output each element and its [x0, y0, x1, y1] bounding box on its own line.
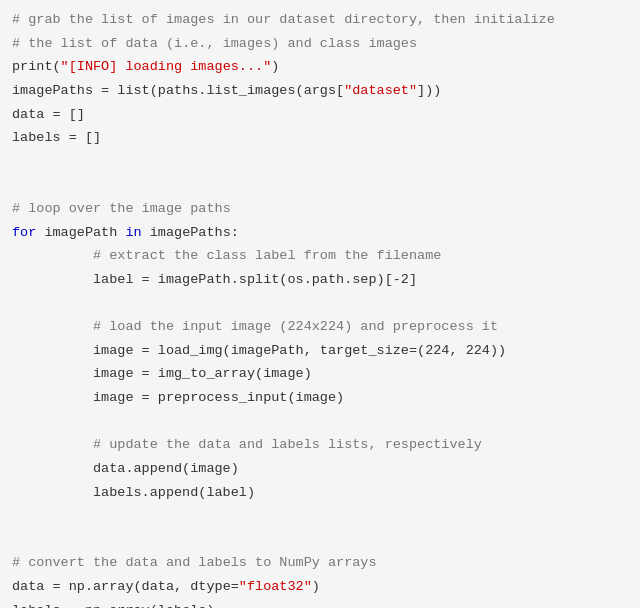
plain-token: labels.append(label): [93, 485, 255, 500]
plain-token: data = []: [12, 107, 85, 122]
plain-token: image = img_to_array(image): [93, 366, 312, 381]
code-line: for imagePath in imagePaths:: [12, 221, 628, 245]
code-block: # grab the list of images in our dataset…: [12, 8, 628, 608]
code-line: [12, 173, 628, 197]
code-line: # load the input image (224x224) and pre…: [12, 315, 628, 339]
code-line: # update the data and labels lists, resp…: [12, 433, 628, 457]
code-line: image = img_to_array(image): [12, 362, 628, 386]
plain-token: ): [312, 579, 320, 594]
string-token: "[INFO] loading images...": [61, 59, 272, 74]
comment-token: # convert the data and labels to NumPy a…: [12, 555, 377, 570]
keyword-token: in: [125, 225, 141, 240]
code-line: image = load_img(imagePath, target_size=…: [12, 339, 628, 363]
string-token: "float32": [239, 579, 312, 594]
plain-token: labels = []: [12, 130, 101, 145]
plain-token: imagePaths:: [142, 225, 239, 240]
plain-token: ): [271, 59, 279, 74]
comment-token: # load the input image (224x224) and pre…: [93, 319, 498, 334]
plain-token: label = imagePath.split(os.path.sep)[-2]: [93, 272, 417, 287]
code-line: imagePaths = list(paths.list_images(args…: [12, 79, 628, 103]
plain-token: data.append(image): [93, 461, 239, 476]
plain-token: data = np.array(data, dtype=: [12, 579, 239, 594]
code-line: print("[INFO] loading images..."): [12, 55, 628, 79]
code-line: [12, 504, 628, 528]
code-line: label = imagePath.split(os.path.sep)[-2]: [12, 268, 628, 292]
plain-token: image = load_img(imagePath, target_size=…: [93, 343, 506, 358]
plain-token: ])): [417, 83, 441, 98]
code-line: [12, 150, 628, 174]
code-line: # convert the data and labels to NumPy a…: [12, 551, 628, 575]
code-container: # grab the list of images in our dataset…: [0, 0, 640, 608]
comment-token: # update the data and labels lists, resp…: [93, 437, 482, 452]
comment-token: # grab the list of images in our dataset…: [12, 12, 555, 27]
code-line: labels.append(label): [12, 481, 628, 505]
code-line: [12, 410, 628, 434]
code-line: labels = []: [12, 126, 628, 150]
comment-token: # extract the class label from the filen…: [93, 248, 441, 263]
plain-token: image = preprocess_input(image): [93, 390, 344, 405]
code-line: image = preprocess_input(image): [12, 386, 628, 410]
code-line: data = np.array(data, dtype="float32"): [12, 575, 628, 599]
code-line: # the list of data (i.e., images) and cl…: [12, 32, 628, 56]
keyword-token: for: [12, 225, 36, 240]
comment-token: # loop over the image paths: [12, 201, 231, 216]
plain-token: imagePath: [36, 225, 125, 240]
comment-token: # the list of data (i.e., images) and cl…: [12, 36, 417, 51]
code-line: data.append(image): [12, 457, 628, 481]
string-token: "dataset": [344, 83, 417, 98]
code-line: # extract the class label from the filen…: [12, 244, 628, 268]
code-line: [12, 292, 628, 316]
code-line: # loop over the image paths: [12, 197, 628, 221]
code-line: # grab the list of images in our dataset…: [12, 8, 628, 32]
code-line: labels = np.array(labels): [12, 599, 628, 608]
code-line: [12, 528, 628, 552]
plain-token: print(: [12, 59, 61, 74]
plain-token: imagePaths = list(paths.list_images(args…: [12, 83, 344, 98]
plain-token: labels = np.array(labels): [12, 603, 215, 608]
code-line: data = []: [12, 103, 628, 127]
